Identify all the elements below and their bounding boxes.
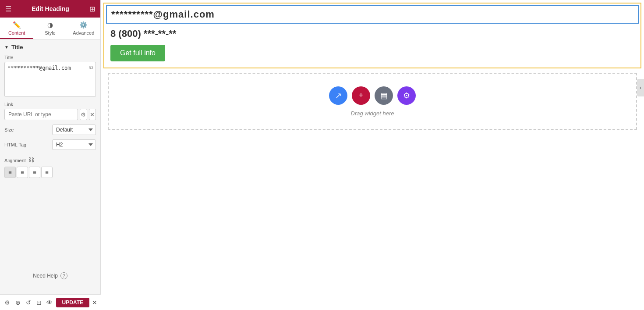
left-panel: ☰ Edit Heading ⊞ ✏️ Content ◑ Style ⚙️ A… [0, 0, 101, 310]
panel-title: Edit Heading [32, 5, 69, 12]
html-tag-select[interactable]: H2 H1 H3 H4 H5 H6 div span p [52, 139, 96, 150]
size-field-label: Size [4, 127, 14, 132]
panel-tabs: ✏️ Content ◑ Style ⚙️ Advanced [0, 18, 100, 39]
drag-icon-person[interactable]: ⚙ [397, 86, 416, 105]
collapse-panel-button[interactable]: ‹ [637, 79, 644, 96]
phone-text: 8 (800) ***-**-** [106, 26, 639, 41]
title-textarea-wrapper: **********@gmail.com ⧉ [4, 62, 96, 98]
title-section-header[interactable]: ▼ Title [4, 44, 96, 50]
update-button[interactable]: UPDATE [56, 298, 89, 307]
content-tab-label: Content [8, 30, 25, 36]
size-select[interactable]: Default Small Medium Large XL [52, 125, 96, 135]
link-field-row: ⚙ ✕ [4, 109, 96, 120]
section-title-label: Title [11, 44, 23, 50]
responsive-bottom-icon[interactable]: ⊡ [35, 297, 43, 308]
history-bottom-icon[interactable]: ↺ [25, 297, 32, 308]
drag-area: ↗ + ▤ ⚙ Drag widget here [108, 73, 637, 130]
get-full-info-button[interactable]: Get full info [110, 45, 165, 61]
tab-advanced[interactable]: ⚙️ Advanced [67, 18, 100, 39]
advanced-tab-label: Advanced [73, 30, 94, 36]
drag-icons: ↗ + ▤ ⚙ [329, 86, 416, 105]
alignment-buttons: ≡ ≡ ≡ ≡ [4, 167, 96, 178]
link-clear-icon[interactable]: ✕ [89, 109, 96, 120]
alignment-link-icon[interactable]: ⛓ [28, 157, 34, 163]
email-heading: **********@gmail.com [111, 9, 215, 20]
style-tab-label: Style [45, 30, 55, 36]
alignment-field-label: Alignment [4, 158, 26, 163]
grid-icon[interactable]: ⊞ [89, 5, 95, 13]
need-help-label: Need Help [33, 273, 58, 279]
align-justify-btn[interactable]: ≡ [41, 167, 53, 178]
help-circle-icon: ? [60, 272, 67, 279]
bottom-bar: ⚙ ⊕ ↺ ⊡ 👁 UPDATE ✕ [0, 294, 101, 310]
need-help-section[interactable]: Need Help ? [0, 268, 100, 284]
link-settings-icon[interactable]: ⚙ [80, 109, 87, 120]
title-field-label: Title [4, 55, 96, 60]
drag-area-wrapper: ↗ + ▤ ⚙ Drag widget here [103, 73, 641, 130]
content-tab-icon: ✏️ [13, 21, 21, 29]
panel-header: ☰ Edit Heading ⊞ [0, 0, 100, 18]
textarea-copy-icon[interactable]: ⧉ [89, 64, 93, 71]
tab-content[interactable]: ✏️ Content [0, 18, 33, 39]
widget-border: **********@gmail.com 8 (800) ***-**-** G… [103, 3, 641, 68]
email-heading-wrapper: **********@gmail.com [106, 5, 639, 24]
close-bottom-icon[interactable]: ✕ [92, 299, 97, 306]
drag-icon-plus[interactable]: + [352, 86, 370, 105]
eye-bottom-icon[interactable]: 👁 [46, 297, 53, 308]
align-left-btn[interactable]: ≡ [4, 167, 16, 178]
alignment-row: Alignment ⛓ [4, 154, 96, 165]
size-field-row: Size Default Small Medium Large XL [4, 125, 96, 135]
align-center-btn[interactable]: ≡ [17, 167, 28, 178]
title-textarea[interactable]: **********@gmail.com [4, 62, 96, 97]
tab-style[interactable]: ◑ Style [33, 18, 67, 39]
html-tag-field-row: HTML Tag H2 H1 H3 H4 H5 H6 div span p [4, 139, 96, 150]
link-input[interactable] [4, 109, 78, 120]
drag-icon-grid[interactable]: ▤ [375, 86, 393, 105]
panel-content: ▼ Title Title **********@gmail.com ⧉ Lin… [0, 39, 100, 268]
layers-bottom-icon[interactable]: ⊕ [14, 297, 22, 308]
html-tag-field-label: HTML Tag [4, 142, 26, 147]
drag-widget-label: Drag widget here [351, 110, 394, 117]
main-area: **********@gmail.com 8 (800) ***-**-** G… [101, 0, 644, 310]
hamburger-icon[interactable]: ☰ [5, 5, 11, 13]
style-tab-icon: ◑ [47, 21, 53, 29]
advanced-tab-icon: ⚙️ [79, 21, 88, 29]
align-right-btn[interactable]: ≡ [29, 167, 40, 178]
section-arrow-icon: ▼ [4, 45, 9, 50]
drag-icon-arrow[interactable]: ↗ [329, 86, 347, 105]
link-field-label: Link [4, 102, 96, 107]
settings-bottom-icon[interactable]: ⚙ [4, 297, 11, 308]
